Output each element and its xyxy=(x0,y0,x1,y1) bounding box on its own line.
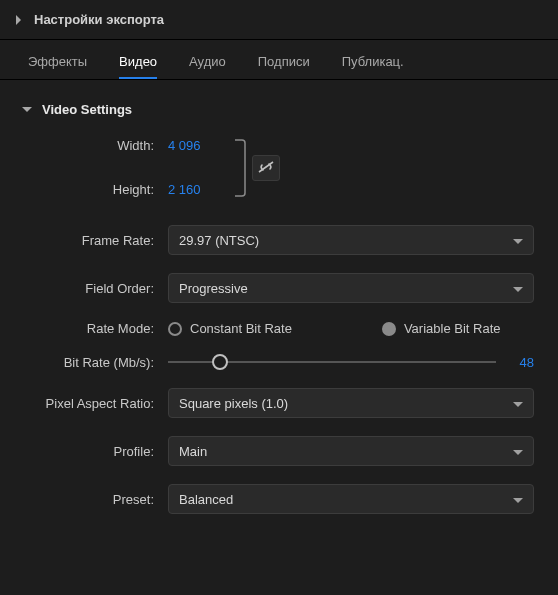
video-settings-header[interactable]: Video Settings xyxy=(16,102,542,135)
rate-mode-cbr-label: Constant Bit Rate xyxy=(190,321,292,336)
link-dimensions-button[interactable] xyxy=(252,155,280,181)
field-order-select[interactable]: Progressive xyxy=(168,273,534,303)
chevron-down-icon xyxy=(513,444,523,459)
video-settings-title: Video Settings xyxy=(42,102,132,117)
rate-mode-label: Rate Mode: xyxy=(16,321,168,336)
video-settings-panel: Video Settings Width: Height: 4 096 2 16… xyxy=(0,80,558,542)
height-label: Height: xyxy=(16,179,154,201)
rate-mode-vbr-label: Variable Bit Rate xyxy=(404,321,501,336)
frame-rate-select[interactable]: 29.97 (NTSC) xyxy=(168,225,534,255)
rate-mode-vbr-radio[interactable]: Variable Bit Rate xyxy=(382,321,501,336)
chevron-down-icon xyxy=(513,396,523,411)
rate-mode-cbr-radio[interactable]: Constant Bit Rate xyxy=(168,321,292,336)
slider-thumb[interactable] xyxy=(212,354,228,370)
dimensions-group: Width: Height: 4 096 2 160 xyxy=(16,135,542,201)
width-value[interactable]: 4 096 xyxy=(168,135,228,157)
tab-publish[interactable]: Публикац. xyxy=(342,54,404,79)
chevron-down-icon xyxy=(22,105,32,115)
height-value[interactable]: 2 160 xyxy=(168,179,228,201)
pixel-aspect-ratio-label: Pixel Aspect Ratio: xyxy=(16,396,168,411)
pixel-aspect-ratio-value: Square pixels (1.0) xyxy=(179,396,288,411)
width-label: Width: xyxy=(16,135,154,157)
preset-label: Preset: xyxy=(16,492,168,507)
unlink-icon xyxy=(257,160,275,177)
tab-effects[interactable]: Эффекты xyxy=(28,54,87,79)
chevron-down-icon xyxy=(513,233,523,248)
profile-label: Profile: xyxy=(16,444,168,459)
radio-unchecked-icon xyxy=(168,322,182,336)
field-order-value: Progressive xyxy=(179,281,248,296)
preset-value: Balanced xyxy=(179,492,233,507)
frame-rate-label: Frame Rate: xyxy=(16,233,168,248)
preset-select[interactable]: Balanced xyxy=(168,484,534,514)
bit-rate-value[interactable]: 48 xyxy=(510,355,534,370)
radio-checked-icon xyxy=(382,322,396,336)
tab-audio[interactable]: Аудио xyxy=(189,54,226,79)
export-settings-title: Настройки экспорта xyxy=(34,12,164,27)
frame-rate-value: 29.97 (NTSC) xyxy=(179,233,259,248)
export-settings-header[interactable]: Настройки экспорта xyxy=(0,0,558,39)
tab-captions[interactable]: Подписи xyxy=(258,54,310,79)
tabs: Эффекты Видео Аудио Подписи Публикац. xyxy=(0,40,558,80)
field-order-label: Field Order: xyxy=(16,281,168,296)
link-bracket-icon xyxy=(234,138,246,198)
pixel-aspect-ratio-select[interactable]: Square pixels (1.0) xyxy=(168,388,534,418)
tab-video[interactable]: Видео xyxy=(119,54,157,79)
profile-value: Main xyxy=(179,444,207,459)
bit-rate-label: Bit Rate (Mb/s): xyxy=(16,355,168,370)
chevron-right-icon xyxy=(14,15,24,25)
profile-select[interactable]: Main xyxy=(168,436,534,466)
bit-rate-slider[interactable] xyxy=(168,354,496,370)
chevron-down-icon xyxy=(513,492,523,507)
chevron-down-icon xyxy=(513,281,523,296)
rate-mode-radio-group: Constant Bit Rate Variable Bit Rate xyxy=(168,321,500,336)
